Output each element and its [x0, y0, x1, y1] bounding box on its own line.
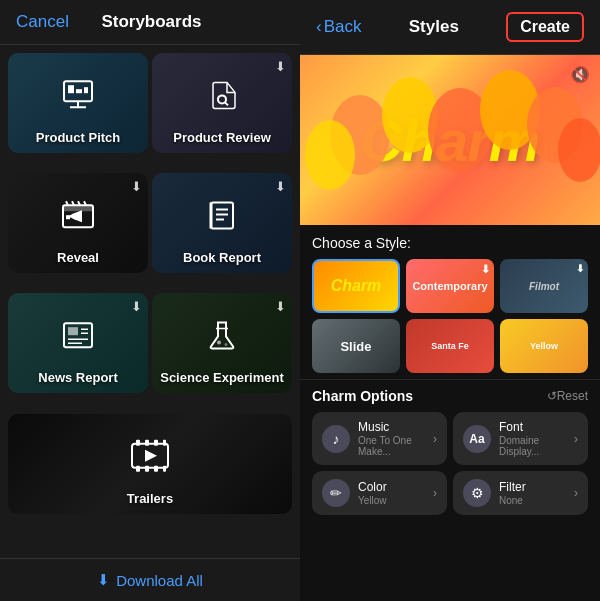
font-label: Font	[499, 420, 566, 434]
reset-button[interactable]: ↺Reset	[547, 389, 588, 403]
music-option-text: Music One To One Make...	[358, 420, 425, 457]
grid-item-trailers[interactable]: Trailers	[8, 414, 292, 514]
style-item-santa-fe[interactable]: Santa Fe	[406, 319, 494, 373]
svg-rect-35	[145, 465, 149, 471]
download-all-label: Download All	[116, 572, 203, 589]
svg-rect-36	[154, 465, 158, 471]
left-panel-title: Storyboards	[101, 12, 201, 32]
option-row-2: ✏ Color Yellow › ⚙ Filter None ›	[312, 471, 588, 515]
style-charm-label: Charm	[331, 277, 382, 295]
product-review-label: Product Review	[152, 130, 292, 145]
chevron-left-icon: ‹	[316, 17, 322, 37]
product-pitch-label: Product Pitch	[8, 130, 148, 145]
cloud-download-icon: ⬇︎	[275, 59, 286, 74]
left-panel: Cancel Storyboards Product Pitch ⬇	[0, 0, 300, 601]
color-value: Yellow	[358, 495, 425, 506]
color-option[interactable]: ✏ Color Yellow ›	[312, 471, 447, 515]
svg-rect-32	[154, 439, 158, 445]
grid-item-science-experiment[interactable]: ⬇︎ Science Experiment	[152, 293, 292, 393]
arrow-icon: ›	[574, 486, 578, 500]
download-bar: ⬇︎ Download All	[0, 558, 300, 601]
svg-rect-21	[68, 328, 78, 336]
music-icon: ♪	[322, 425, 350, 453]
grid-item-book-report[interactable]: ⬇︎ Book Report	[152, 173, 292, 273]
style-item-filmot[interactable]: ⬇︎ Filmot	[500, 259, 588, 313]
science-icon	[205, 319, 239, 360]
cancel-button[interactable]: Cancel	[16, 12, 69, 32]
svg-point-28	[225, 343, 228, 346]
style-yellow-label: Yellow	[530, 341, 558, 351]
svg-rect-37	[163, 465, 166, 471]
grid-item-reveal[interactable]: ⬇︎ Reveal	[8, 173, 148, 273]
font-option[interactable]: Aa Font Domaine Display... ›	[453, 412, 588, 465]
grid-item-product-review[interactable]: ⬇︎ Product Review	[152, 53, 292, 153]
style-slide-label: Slide	[340, 339, 371, 354]
news-report-label: News Report	[8, 370, 148, 385]
arrow-icon: ›	[574, 432, 578, 446]
right-panel: ‹ Back Styles Create Charm 🔇 Choose a St…	[300, 0, 600, 601]
svg-point-27	[217, 341, 221, 345]
cloud-download-icon: ⬇︎	[131, 179, 142, 194]
music-value: One To One Make...	[358, 435, 425, 457]
color-icon: ✏	[322, 479, 350, 507]
filter-option[interactable]: ⚙ Filter None ›	[453, 471, 588, 515]
back-button[interactable]: ‹ Back	[316, 17, 361, 37]
options-title: Charm Options	[312, 388, 413, 404]
svg-point-44	[305, 120, 355, 190]
preview-area: Charm 🔇	[300, 55, 600, 225]
reveal-icon	[60, 197, 96, 240]
storyboards-grid: Product Pitch ⬇︎ Product Review ⬇︎	[0, 45, 300, 558]
filter-icon: ⚙	[463, 479, 491, 507]
options-header: Charm Options ↺Reset	[312, 388, 588, 404]
cloud-download-icon: ⬇︎	[131, 299, 142, 314]
svg-rect-34	[136, 465, 140, 471]
style-contemporary-label: Contemporary	[412, 280, 487, 292]
svg-line-7	[225, 102, 228, 105]
grid-item-product-pitch[interactable]: Product Pitch	[8, 53, 148, 153]
download-all-button[interactable]: ⬇︎ Download All	[97, 571, 203, 589]
style-item-yellow[interactable]: Yellow	[500, 319, 588, 373]
svg-rect-2	[76, 89, 82, 93]
styles-grid: Charm ⬇︎ Contemporary ⬇︎ Filmot Slide Sa…	[312, 259, 588, 373]
right-panel-title: Styles	[409, 17, 459, 37]
option-row-1: ♪ Music One To One Make... › Aa Font Dom…	[312, 412, 588, 465]
cloud-icon: ⬇︎	[481, 263, 490, 276]
svg-rect-33	[163, 439, 166, 445]
style-filmot-label: Filmot	[529, 281, 559, 292]
right-header: ‹ Back Styles Create	[300, 0, 600, 55]
music-option[interactable]: ♪ Music One To One Make... ›	[312, 412, 447, 465]
svg-point-45	[558, 118, 600, 182]
svg-rect-14	[66, 215, 70, 219]
reveal-label: Reveal	[8, 250, 148, 265]
style-item-contemporary[interactable]: ⬇︎ Contemporary	[406, 259, 494, 313]
color-option-text: Color Yellow	[358, 480, 425, 506]
style-item-charm[interactable]: Charm	[312, 259, 400, 313]
cloud-icon: ⬇︎	[576, 263, 584, 274]
styles-section: Choose a Style: Charm ⬇︎ Contemporary ⬇︎…	[300, 225, 600, 379]
grid-item-news-report[interactable]: ⬇︎ News Report	[8, 293, 148, 393]
filter-option-text: Filter None	[499, 480, 566, 506]
create-button[interactable]: Create	[506, 12, 584, 42]
svg-marker-38	[145, 449, 157, 461]
style-item-slide[interactable]: Slide	[312, 319, 400, 373]
svg-point-6	[218, 95, 226, 103]
cloud-download-icon: ⬇︎	[275, 299, 286, 314]
color-label: Color	[358, 480, 425, 494]
left-header: Cancel Storyboards	[0, 0, 300, 45]
styles-section-label: Choose a Style:	[312, 235, 588, 251]
svg-rect-1	[68, 85, 74, 93]
filter-label: Filter	[499, 480, 566, 494]
preview-background: Charm	[300, 55, 600, 225]
download-icon: ⬇︎	[97, 571, 110, 589]
font-icon: Aa	[463, 425, 491, 453]
mute-icon[interactable]: 🔇	[570, 65, 590, 84]
book-report-icon	[205, 199, 239, 240]
style-santa-label: Santa Fe	[431, 341, 469, 351]
trailers-icon	[130, 435, 170, 482]
product-review-icon	[205, 78, 239, 119]
options-section: Charm Options ↺Reset ♪ Music One To One …	[300, 379, 600, 529]
svg-rect-30	[136, 439, 140, 445]
arrow-icon: ›	[433, 486, 437, 500]
science-experiment-label: Science Experiment	[152, 370, 292, 385]
filter-value: None	[499, 495, 566, 506]
